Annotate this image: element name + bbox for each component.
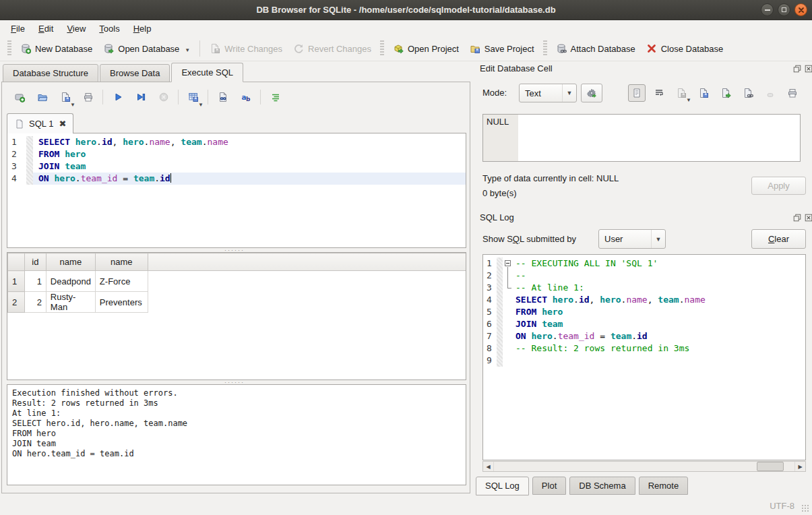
tab-browse-data[interactable]: Browse Data (100, 64, 170, 82)
toolbar-handle[interactable] (7, 40, 11, 57)
stop-button[interactable] (155, 89, 172, 106)
close-database-button[interactable]: Close Database (641, 40, 729, 57)
code-line[interactable]: 8-- Result: 2 rows returned in 3ms (483, 342, 805, 355)
print-button[interactable] (80, 89, 96, 106)
code-line[interactable]: 5FROM hero (483, 306, 805, 318)
table-cell[interactable]: Rusty-Man (46, 292, 95, 313)
save-project-button[interactable]: Save Project (464, 40, 540, 57)
sql-log-view[interactable]: 1-- EXECUTING ALL IN 'SQL 1'2--3-- At li… (482, 254, 806, 460)
code-line[interactable]: 3-- At line 1: (483, 282, 805, 294)
find-button[interactable] (214, 89, 231, 106)
resize-grip[interactable] (801, 504, 810, 513)
menu-edit[interactable]: Edit (32, 22, 60, 36)
execution-messages[interactable]: Execution finished without errors. Resul… (7, 384, 466, 485)
scroll-right-icon[interactable]: ▶ (794, 462, 805, 471)
table-cell[interactable]: Z-Force (95, 271, 148, 292)
remove-cell-button[interactable] (761, 84, 779, 102)
open-database-button[interactable]: Open Database▼ (98, 40, 195, 57)
menu-help[interactable]: Help (127, 22, 158, 36)
table-cell[interactable]: Preventers (95, 292, 148, 313)
menu-view[interactable]: View (60, 22, 92, 36)
copy-link-button[interactable] (739, 84, 757, 102)
new-database-button[interactable]: New Database (15, 40, 98, 57)
format-sql-button[interactable] (267, 89, 284, 106)
toolbar-handle[interactable] (380, 40, 384, 57)
dropdown-arrow-icon[interactable]: ▼ (70, 102, 75, 108)
open-sql-file-button[interactable] (34, 89, 51, 106)
menu-tools[interactable]: Tools (92, 22, 126, 36)
apply-mode-button[interactable] (581, 84, 602, 102)
auto-complete-icon: ab (241, 92, 251, 102)
table-cell[interactable]: Deadpond (46, 271, 95, 292)
minimize-icon[interactable] (761, 3, 774, 16)
print-cell-button[interactable] (784, 84, 801, 102)
close-tab-icon[interactable]: ✖ (59, 119, 66, 129)
dock-tab-plot[interactable]: Plot (532, 477, 566, 495)
sql-document-tab[interactable]: SQL 1 ✖ (7, 113, 73, 133)
tab-execute-sql[interactable]: Execute SQL (171, 63, 243, 82)
toolbar-handle[interactable] (543, 40, 547, 57)
horizontal-scrollbar[interactable]: ◀ ▶ (482, 461, 806, 472)
log-filter-value: User (599, 230, 651, 248)
scroll-left-icon[interactable]: ◀ (483, 462, 494, 471)
code-line[interactable]: 4ON hero.team_id = team.id (7, 173, 466, 185)
execute-line-button[interactable] (132, 89, 149, 106)
code-line[interactable]: 1-- EXECUTING ALL IN 'SQL 1' (483, 258, 805, 270)
apply-button[interactable]: Apply (751, 177, 806, 195)
text-view-button[interactable] (628, 84, 646, 102)
dock-tab-sql-log[interactable]: SQL Log (476, 477, 529, 495)
code-line[interactable]: 1SELECT hero.id, hero.name, team.name (7, 136, 466, 148)
dock-tab-db-schema[interactable]: DB Schema (569, 477, 635, 495)
dropdown-arrow-icon[interactable]: ▼ (686, 97, 691, 103)
mode-select[interactable]: Text ▼ (519, 84, 577, 102)
code-line[interactable]: 6JOIN team (483, 318, 805, 330)
table-cell[interactable]: 2 (24, 292, 46, 313)
code-line[interactable]: 2-- (483, 270, 805, 282)
gutter-margin (497, 318, 503, 330)
import-cell-button[interactable] (695, 84, 712, 102)
open-project-button[interactable]: Open Project (387, 40, 464, 57)
attach-database-button[interactable]: Attach Database (551, 40, 641, 57)
clear-log-button[interactable]: Clear (751, 229, 806, 249)
column-header[interactable]: name (46, 253, 95, 271)
code-line[interactable]: 3JOIN team (7, 160, 466, 173)
save-results-button[interactable]: ▼ (185, 89, 201, 106)
tab-database-structure[interactable]: Database Structure (3, 64, 98, 82)
sql-editor[interactable]: 1SELECT hero.id, hero.name, team.name2FR… (7, 133, 466, 248)
row-header[interactable]: 2 (8, 292, 25, 313)
float-dock-icon[interactable] (792, 64, 802, 73)
cell-value-editor[interactable]: NULL (482, 114, 801, 162)
float-dock-icon[interactable] (792, 213, 802, 222)
save-cell-button[interactable]: ▼ (673, 84, 690, 102)
scrollbar-thumb[interactable] (757, 462, 784, 471)
close-dock-icon[interactable] (804, 213, 812, 222)
log-filter-select[interactable]: User ▼ (598, 229, 666, 249)
close-dock-icon[interactable] (804, 64, 812, 73)
code-line[interactable]: 4SELECT hero.id, hero.name, team.name (483, 294, 805, 306)
new-tab-button[interactable] (11, 89, 28, 106)
fold-marker[interactable] (503, 258, 513, 270)
word-wrap-button[interactable] (650, 84, 668, 102)
table-cell[interactable]: 1 (24, 271, 46, 292)
close-icon[interactable] (794, 3, 807, 16)
auto-complete-button[interactable]: ab (237, 89, 254, 106)
write-changes-button[interactable]: Write Changes (204, 40, 288, 57)
code-line[interactable]: 7ON hero.team_id = team.id (483, 330, 805, 342)
code-line[interactable]: 2FROM hero (7, 148, 466, 160)
column-header[interactable]: name (95, 253, 148, 271)
revert-changes-button[interactable]: Revert Changes (288, 40, 377, 57)
menu-file[interactable]: File (4, 22, 32, 36)
export-cell-button[interactable] (717, 84, 735, 102)
save-sql-file-button[interactable]: ▼ (57, 89, 73, 106)
dock-tab-remote[interactable]: Remote (639, 477, 689, 495)
execute-all-button[interactable] (109, 89, 126, 106)
maximize-icon[interactable] (778, 3, 790, 16)
row-header[interactable]: 1 (8, 271, 25, 292)
scrollbar-track[interactable] (494, 462, 794, 471)
dropdown-arrow-icon[interactable]: ▼ (198, 102, 204, 108)
corner-header[interactable] (8, 253, 25, 271)
code-line[interactable]: 9 (483, 355, 805, 367)
column-header[interactable]: id (24, 253, 46, 271)
dropdown-arrow-icon[interactable]: ▼ (185, 47, 190, 53)
line-number: 1 (483, 258, 497, 270)
